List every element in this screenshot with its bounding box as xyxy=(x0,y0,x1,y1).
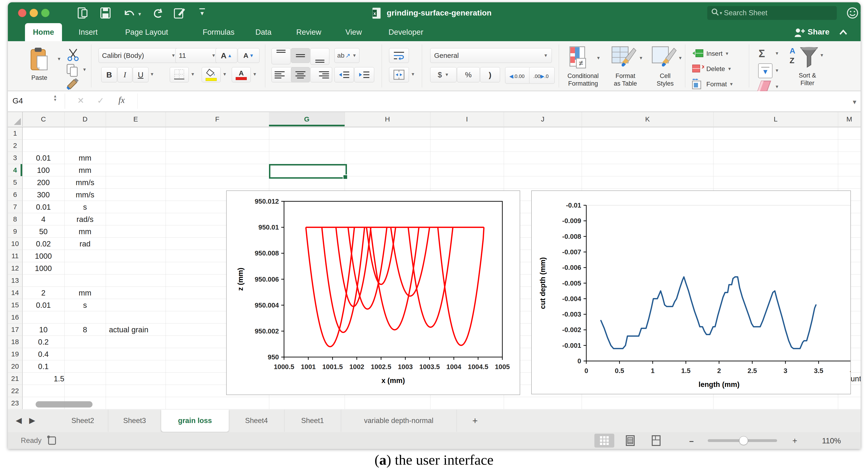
row-header-23[interactable]: 23 xyxy=(8,397,23,409)
column-header-C[interactable]: C xyxy=(23,112,65,126)
format-cells-button[interactable]: Format ▼ xyxy=(692,78,734,90)
sheet-tab-Sheet2[interactable]: Sheet2 xyxy=(58,410,108,432)
cell-C5[interactable]: 200 xyxy=(23,176,64,188)
decrease-decimal-button[interactable]: .00▶.0 xyxy=(529,67,555,84)
cell-C17[interactable]: 10 xyxy=(23,324,64,336)
page-layout-view-button[interactable] xyxy=(620,434,640,447)
bold-button[interactable]: B xyxy=(101,67,117,82)
row-header-7[interactable]: 7 xyxy=(8,201,23,213)
font-name-select[interactable]: Calibri (Body)▼ xyxy=(98,48,179,63)
ribbon-tab-review[interactable]: Review xyxy=(284,23,333,41)
name-box-stepper[interactable]: ▲▼ xyxy=(53,94,57,102)
align-middle-button[interactable] xyxy=(291,48,310,63)
search-sheet-input[interactable]: ▾ Search Sheet xyxy=(707,6,837,20)
save-icon[interactable] xyxy=(100,7,111,20)
cell-C20[interactable]: 0.1 xyxy=(23,360,64,373)
row-header-15[interactable]: 15 xyxy=(8,299,23,311)
undo-icon[interactable] xyxy=(123,7,135,20)
row-header-1[interactable]: 1 xyxy=(8,127,23,140)
insert-cells-button[interactable]: Insert ▼ xyxy=(692,48,729,60)
row-header-2[interactable]: 2 xyxy=(8,140,23,152)
merge-cells-caret[interactable]: ▼ xyxy=(411,72,415,77)
name-box[interactable]: G4 xyxy=(12,96,23,105)
ribbon-tab-developer[interactable]: Developer xyxy=(375,23,437,41)
cell-D15[interactable]: s xyxy=(64,299,106,311)
row-header-18[interactable]: 18 xyxy=(8,336,23,348)
column-header-D[interactable]: D xyxy=(64,112,106,126)
cell-C6[interactable]: 300 xyxy=(23,188,64,201)
currency-format-button[interactable]: $▼ xyxy=(430,67,457,82)
underline-dropdown-caret[interactable]: ▼ xyxy=(150,72,154,77)
clear-caret[interactable]: ▼ xyxy=(775,84,779,89)
sheet-tab-Sheet3[interactable]: Sheet3 xyxy=(108,410,161,432)
cell-C15[interactable]: 0.01 xyxy=(23,299,64,311)
ribbon-tab-view[interactable]: View xyxy=(336,23,371,41)
row-header-4[interactable]: 4 xyxy=(8,164,23,176)
paste-button[interactable]: Paste xyxy=(25,47,54,84)
redo-icon[interactable] xyxy=(152,7,163,20)
cell-E17[interactable]: actual grain xyxy=(106,324,169,336)
wrap-text-button[interactable] xyxy=(389,48,409,63)
cell-C11[interactable]: 1000 xyxy=(23,250,64,262)
insert-function-icon[interactable]: fx xyxy=(118,95,125,105)
sheet-tab-variable-depth-normal[interactable]: variable depth-normal xyxy=(341,410,457,432)
collapse-ribbon-chevron-icon[interactable] xyxy=(838,29,848,37)
cell-C18[interactable]: 0.2 xyxy=(23,336,64,348)
number-format-select[interactable]: General▼ xyxy=(430,48,552,63)
cell-D9[interactable]: mm xyxy=(64,226,106,238)
cell-D10[interactable]: rad xyxy=(64,238,106,250)
font-color-button[interactable]: A xyxy=(232,67,251,82)
record-macro-icon[interactable] xyxy=(47,435,57,446)
row-header-22[interactable]: 22 xyxy=(8,385,23,397)
copy-dropdown-caret[interactable]: ▼ xyxy=(82,67,87,72)
row-header-19[interactable]: 19 xyxy=(8,348,23,360)
share-person-icon[interactable] xyxy=(794,27,806,39)
merge-cells-button[interactable] xyxy=(389,67,409,82)
increase-font-size-button[interactable]: A▲ xyxy=(216,48,237,63)
cell-C8[interactable]: 4 xyxy=(23,213,64,226)
cell-D3[interactable]: mm xyxy=(64,152,106,164)
feedback-smiley-icon[interactable] xyxy=(846,6,859,20)
row-header-16[interactable]: 16 xyxy=(8,311,23,324)
page-break-view-button[interactable] xyxy=(646,434,666,447)
chart-grain-trajectories[interactable]: 950950.002950.004950.006950.008950.01950… xyxy=(226,190,520,395)
align-bottom-button[interactable] xyxy=(310,48,329,65)
column-header-F[interactable]: F xyxy=(165,112,269,126)
column-header-L[interactable]: L xyxy=(713,112,838,126)
cell-D8[interactable]: rad/s xyxy=(64,213,106,226)
paste-dropdown-caret[interactable]: ▼ xyxy=(57,56,61,62)
row-header-20[interactable]: 20 xyxy=(8,360,23,373)
row-header-12[interactable]: 12 xyxy=(8,262,23,274)
row-header-21[interactable]: 21 xyxy=(8,373,23,385)
orientation-button[interactable]: ab ↗ ▼ xyxy=(335,48,360,63)
decrease-indent-button[interactable] xyxy=(335,67,354,82)
select-all-corner[interactable] xyxy=(8,112,23,126)
cell-D5[interactable]: mm/s xyxy=(64,176,106,188)
cell-D6[interactable]: mm/s xyxy=(64,188,106,201)
ribbon-tab-formulas[interactable]: Formulas xyxy=(192,23,245,41)
row-header-5[interactable]: 5 xyxy=(8,176,23,188)
formula-bar-expand-caret[interactable]: ▼ xyxy=(851,98,858,106)
fill-handle[interactable] xyxy=(343,175,348,180)
cell-C14[interactable]: 2 xyxy=(23,287,64,299)
cell-C4[interactable]: 100 xyxy=(23,164,64,176)
percent-format-button[interactable]: % xyxy=(457,67,480,82)
ribbon-tab-insert[interactable]: Insert xyxy=(66,23,110,41)
align-top-button[interactable] xyxy=(272,48,290,64)
row-header-11[interactable]: 11 xyxy=(8,250,23,262)
increase-decimal-button[interactable]: ◀.0.00 xyxy=(505,67,531,84)
borders-dropdown-caret[interactable]: ▼ xyxy=(191,72,195,77)
align-right-button[interactable] xyxy=(310,67,332,82)
font-size-select[interactable]: 11▼ xyxy=(175,48,219,63)
cell-C9[interactable]: 50 xyxy=(23,226,64,238)
cell-C3[interactable]: 0.01 xyxy=(23,152,64,164)
search-scope-caret[interactable]: ▾ xyxy=(720,10,722,16)
selected-cell-G4[interactable] xyxy=(269,164,347,179)
borders-button[interactable] xyxy=(170,67,189,82)
copy-icon[interactable] xyxy=(66,63,79,78)
delete-cells-button[interactable]: x Delete ▼ xyxy=(692,63,732,75)
decrease-font-size-button[interactable]: A▼ xyxy=(238,48,259,63)
zoom-out-button[interactable]: − xyxy=(689,437,694,446)
new-workbook-icon[interactable] xyxy=(77,7,88,20)
cell-C7[interactable]: 0.01 xyxy=(23,201,64,213)
